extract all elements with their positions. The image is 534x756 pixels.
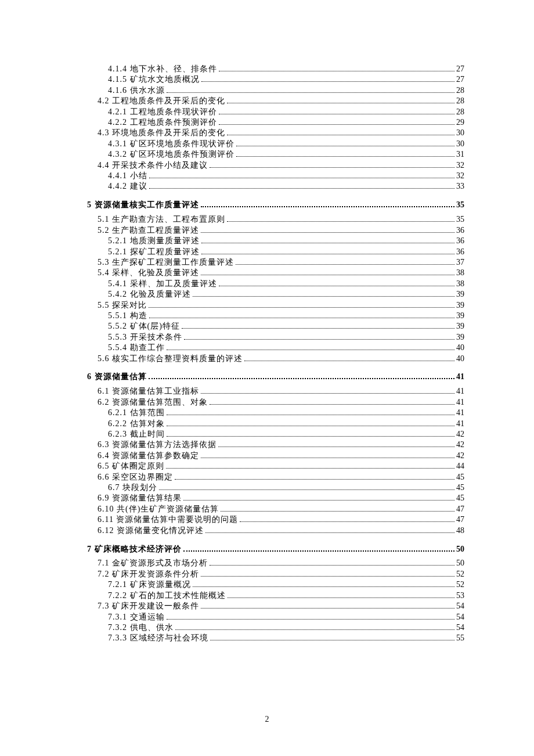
toc-entry-label: 4.4.1 小结	[108, 171, 147, 181]
toc-entry: 5.1 生产勘查方法、工程布置原则35	[87, 214, 464, 225]
toc-entry-label: 4.2 工程地质条件及开采后的变化	[98, 96, 225, 106]
toc-leader-dots	[167, 87, 455, 92]
toc-entry-page: 45	[456, 472, 464, 483]
toc-leader-dots	[183, 545, 455, 551]
toc-entry-label: 6.9 资源储量估算结果	[98, 493, 182, 503]
toc-entry-label: 5.6 核实工作综合整理资料质量的评述	[98, 354, 243, 364]
toc-leader-dots	[183, 495, 454, 501]
toc-leader-dots	[184, 334, 455, 339]
toc-entry: 6.2.1 估算范围41	[87, 408, 464, 418]
toc-entry-label: 6.5 矿体圈定原则	[98, 461, 164, 471]
toc-entry-page: 30	[456, 139, 464, 149]
toc-entry-page: 29	[456, 117, 464, 128]
toc-entry: 5.4 采样、化验及质量评述38	[87, 268, 464, 278]
toc-leader-dots	[167, 420, 455, 426]
toc-entry: 5.5.1 构造39	[87, 311, 464, 321]
page-number: 2	[0, 715, 534, 724]
toc-leader-dots	[201, 388, 454, 394]
toc-leader-dots	[227, 98, 454, 103]
toc-entry: 6.7 块段划分45	[87, 483, 464, 493]
toc-leader-dots	[175, 474, 454, 479]
toc-entry: 7.2.2 矿石的加工技术性能概述53	[87, 591, 464, 601]
toc-entry: 5 资源储量核实工作质量评述35	[87, 200, 464, 210]
toc-entry-label: 5.5.1 构造	[108, 311, 147, 321]
toc-leader-dots	[236, 152, 455, 157]
toc-entry: 5.2.1 探矿工程质量评述36	[87, 247, 464, 257]
toc-entry-page: 47	[456, 504, 464, 514]
toc-entry-label: 6.12 资源储量变化情况评述	[98, 525, 204, 536]
toc-leader-dots	[236, 260, 454, 265]
toc-leader-dots	[240, 517, 454, 522]
toc-entry-label: 5.2.1 地质测量质量评述	[108, 236, 200, 246]
toc-leader-dots	[182, 323, 454, 329]
toc-entry: 6.4 资源储量估算参数确定42	[87, 451, 464, 461]
toc-leader-dots	[228, 592, 455, 597]
toc-entry: 4.4 开采技术条件小结及建议32	[87, 160, 464, 171]
toc-entry-label: 4.3.2 矿区环境地质条件预测评价	[108, 149, 234, 160]
toc-leader-dots	[149, 173, 455, 178]
toc-entry: 4.2.1 工程地质条件现状评价28	[87, 107, 464, 117]
toc-leader-dots	[175, 625, 455, 630]
toc-entry-page: 36	[456, 236, 464, 246]
toc-leader-dots	[167, 614, 455, 619]
toc-entry-page: 33	[456, 181, 464, 192]
toc-entry-page: 45	[456, 483, 464, 493]
toc-entry-page: 40	[456, 343, 464, 353]
toc-entry-page: 30	[456, 128, 464, 138]
toc-entry-page: 31	[456, 149, 464, 160]
toc-entry-page: 54	[456, 622, 464, 633]
toc-entry: 4.3.2 矿区环境地质条件预测评价31	[87, 149, 464, 160]
toc-leader-dots	[201, 249, 455, 254]
toc-leader-dots	[201, 201, 455, 207]
toc-entry: 4.1.4 地下水补、径、排条件27	[87, 64, 464, 74]
toc-entry-page: 28	[456, 107, 464, 117]
toc-entry-label: 5.5.3 开采技术条件	[108, 332, 182, 343]
toc-entry-page: 45	[456, 493, 464, 503]
toc-leader-dots	[227, 217, 454, 222]
toc-entry: 6.12 资源储量变化情况评述48	[87, 525, 464, 536]
toc-entry-page: 50	[456, 558, 464, 568]
toc-entry-page: 28	[456, 96, 464, 106]
toc-entry: 5.5.2 矿体(层)特征39	[87, 321, 464, 332]
toc-leader-dots	[159, 485, 454, 490]
toc-entry-label: 7.2 矿床开发资源条件分析	[98, 569, 199, 579]
toc-entry-page: 41	[456, 408, 464, 418]
toc-entry-page: 41	[456, 372, 464, 382]
toc-entry-page: 42	[456, 429, 464, 440]
toc-entry-page: 35	[456, 200, 464, 210]
toc-entry-label: 5.2 生产勘查工程质量评述	[98, 225, 199, 236]
toc-entry: 5.5 探采对比39	[87, 300, 464, 311]
toc-leader-dots	[149, 183, 455, 189]
toc-leader-dots	[244, 355, 454, 361]
toc-entry-label: 5.4.2 化验及质量评述	[108, 289, 191, 300]
toc-entry: 6.6 采空区边界圈定45	[87, 472, 464, 483]
toc-leader-dots	[167, 410, 455, 415]
toc-entry-page: 54	[456, 612, 464, 622]
toc-entry-page: 32	[456, 160, 464, 171]
toc-entry: 5.5.4 勘查工作40	[87, 343, 464, 353]
toc-entry: 4.1.6 供水水源28	[87, 85, 464, 96]
toc-entry: 6.1 资源储量估算工业指标41	[87, 386, 464, 397]
toc-page: 4.1.4 地下水补、径、排条件274.1.5 矿坑水文地质概况274.1.6 …	[0, 0, 534, 756]
toc-entry: 5.6 核实工作综合整理资料质量的评述40	[87, 354, 464, 364]
toc-entry: 6 资源储量估算41	[87, 372, 464, 382]
toc-entry-label: 7.3 矿床开发建设一般条件	[98, 601, 199, 611]
toc-entry-label: 4.3 环境地质条件及开采后的变化	[98, 128, 225, 138]
toc-entry: 4.3 环境地质条件及开采后的变化30	[87, 128, 464, 138]
toc-entry-label: 6.3 资源储量估算方法选择依据	[98, 440, 217, 450]
toc-entry: 7.1 金矿资源形式及市场分析50	[87, 558, 464, 568]
toc-entry: 4.1.5 矿坑水文地质概况27	[87, 74, 464, 85]
toc-entry: 7.3.3 区域经济与社会环境55	[87, 633, 464, 643]
toc-entry-page: 39	[456, 289, 464, 300]
toc-leader-dots	[201, 452, 454, 458]
toc-entry-page: 28	[456, 85, 464, 96]
toc-entry-page: 32	[456, 171, 464, 181]
toc-entry-label: 6.4 资源储量估算参数确定	[98, 451, 199, 461]
toc-entry-label: 7.3.2 供电、供水	[108, 622, 174, 633]
toc-entry: 7 矿床概略技术经济评价50	[87, 544, 464, 555]
toc-entry-label: 7.2.2 矿石的加工技术性能概述	[108, 591, 226, 601]
toc-entry: 6.2.2 估算对象41	[87, 419, 464, 429]
toc-entry: 4.3.1 矿区环境地质条件现状评价30	[87, 139, 464, 149]
toc-entry-label: 6.2.1 估算范围	[108, 408, 165, 418]
toc-entry-page: 40	[456, 354, 464, 364]
